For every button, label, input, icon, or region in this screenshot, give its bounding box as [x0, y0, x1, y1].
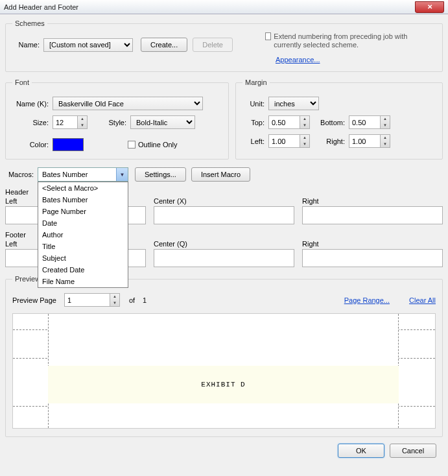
- extend-numbering-checkbox[interactable]: [265, 32, 271, 40]
- footer-center-label: Center (Q): [154, 240, 294, 248]
- right-label: Right:: [310, 137, 349, 145]
- titlebar: Add Header and Footer ✕: [0, 0, 448, 14]
- macro-option[interactable]: Created Date: [38, 264, 128, 276]
- macro-option[interactable]: <Select a Macro>: [38, 182, 128, 194]
- left-label: Left:: [242, 137, 268, 145]
- margin-legend: Margin: [242, 78, 270, 86]
- unit-select[interactable]: inches: [268, 97, 319, 110]
- total-pages: 1: [143, 296, 147, 304]
- appearance-link[interactable]: Appearance...: [276, 56, 320, 64]
- font-size-input[interactable]: [53, 115, 77, 129]
- font-size-label: Size:: [12, 119, 53, 126]
- schemes-legend: Schemes: [12, 19, 47, 27]
- preview-group: Preview Preview Page ▲▼ of 1 Page Range.…: [5, 275, 443, 437]
- settings-button[interactable]: Settings...: [135, 167, 186, 182]
- of-label: of: [129, 296, 135, 304]
- macro-option[interactable]: Date: [38, 217, 128, 229]
- macro-option[interactable]: File Name: [38, 276, 128, 287]
- margin-group: Margin Unit: inches Top: ▲▼ Bottom: ▲▼ L…: [235, 78, 443, 160]
- font-style-select[interactable]: Bold-Italic: [130, 115, 195, 129]
- left-spinner[interactable]: ▲▼: [268, 134, 310, 148]
- macro-option[interactable]: Bates Number: [38, 194, 128, 206]
- create-button[interactable]: Create...: [141, 38, 187, 52]
- header-center-input[interactable]: [154, 206, 294, 224]
- macros-dropdown: <Select a Macro> Bates Number Page Numbe…: [38, 182, 128, 288]
- font-name-label: Name (K):: [12, 100, 53, 108]
- outline-checkbox[interactable]: [128, 141, 136, 149]
- macro-option[interactable]: Title: [38, 241, 128, 252]
- insert-macro-button[interactable]: Insert Macro: [191, 167, 250, 182]
- extend-label: Extend numbering from preceding job with…: [274, 32, 436, 49]
- ok-button[interactable]: OK: [338, 444, 384, 458]
- bottom-label: Bottom:: [310, 119, 349, 126]
- scheme-name-select[interactable]: [Custom not saved]: [43, 38, 133, 52]
- footer-right-input[interactable]: [302, 249, 443, 267]
- window-title: Add Header and Footer: [4, 3, 78, 11]
- font-size-spinner[interactable]: ▲▼: [53, 115, 88, 129]
- font-group: Font Name (K): Baskerville Old Face Size…: [5, 78, 229, 160]
- font-color-label: Color:: [12, 141, 53, 149]
- preview-page-label: Preview Page: [12, 296, 56, 304]
- page-range-link[interactable]: Page Range...: [344, 296, 390, 304]
- outline-label: Outline Only: [138, 141, 178, 149]
- footer-center-input[interactable]: [154, 249, 294, 267]
- right-spinner[interactable]: ▲▼: [349, 134, 390, 148]
- header-center-label: Center (X): [154, 197, 294, 205]
- header-right-label: Right: [302, 197, 443, 205]
- spin-up-icon[interactable]: ▲: [78, 116, 87, 123]
- schemes-group: Schemes Name: [Custom not saved] Create.…: [5, 19, 443, 72]
- macro-option[interactable]: Author: [38, 229, 128, 241]
- close-button[interactable]: ✕: [415, 1, 444, 13]
- top-spinner[interactable]: ▲▼: [268, 115, 310, 129]
- font-legend: Font: [12, 78, 32, 86]
- macro-option[interactable]: Subject: [38, 252, 128, 264]
- delete-button[interactable]: Delete: [193, 38, 233, 52]
- macro-option[interactable]: Page Number: [38, 206, 128, 217]
- bottom-spinner[interactable]: ▲▼: [349, 115, 390, 129]
- header-right-input[interactable]: [302, 206, 443, 224]
- top-label: Top:: [242, 119, 268, 126]
- scheme-name-label: Name:: [12, 41, 43, 49]
- font-name-select[interactable]: Baskerville Old Face: [53, 97, 203, 110]
- macros-combo[interactable]: Bates Number ▼ <Select a Macro> Bates Nu…: [38, 167, 128, 182]
- font-style-label: Style:: [88, 119, 130, 126]
- exhibit-text: EXHIBIT D: [48, 366, 399, 403]
- chevron-down-icon[interactable]: ▼: [116, 168, 128, 181]
- clear-all-link[interactable]: Clear All: [409, 296, 436, 304]
- preview-page-spinner[interactable]: ▲▼: [64, 293, 120, 307]
- macros-label: Macros:: [5, 171, 38, 178]
- spin-down-icon[interactable]: ▼: [78, 123, 87, 129]
- preview-canvas: EXHIBIT D: [12, 313, 436, 429]
- cancel-button[interactable]: Cancel: [390, 444, 436, 458]
- unit-label: Unit:: [242, 100, 268, 108]
- color-swatch[interactable]: [53, 138, 84, 151]
- footer-right-label: Right: [302, 240, 443, 248]
